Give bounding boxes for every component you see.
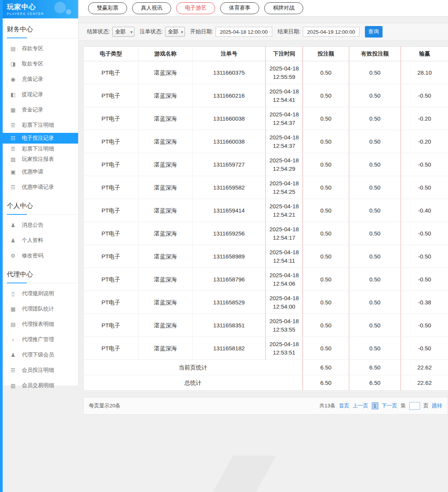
sidebar-item-agent-promotion[interactable]: ‹代理推广管理: [0, 332, 78, 347]
chevron-down-icon: ▾: [131, 30, 132, 34]
sidebar-header: 玩家中心 PLAYERS CENTER: [0, 0, 78, 18]
table-cell: -0.38: [401, 291, 448, 314]
table-cell: 2025-04-1812:54:37: [266, 130, 303, 153]
sidebar-item-change-password[interactable]: ⚙修改密码: [0, 248, 78, 263]
sidebar-item-withdrawal-records[interactable]: ◧提现记录: [0, 87, 78, 102]
jump-suffix-label: 页: [423, 402, 429, 409]
table-cell: 2025-04-1812:54:37: [266, 107, 303, 130]
end-date-input[interactable]: [303, 27, 360, 37]
recharge-record-icon: ◉: [10, 76, 16, 82]
withdraw-icon: ◨: [10, 61, 16, 67]
table-cell: PT电子: [83, 199, 139, 222]
summary-row: 总统计6.506.5022.62: [83, 375, 448, 391]
prev-page-link[interactable]: 上一页: [353, 402, 368, 409]
table-cell: 1311659256: [193, 222, 266, 245]
table-cell: 0.50: [349, 314, 401, 337]
table-cell: 2025-04-1812:54:17: [266, 222, 303, 245]
query-button[interactable]: 查询: [365, 26, 383, 38]
first-page-link[interactable]: 首页: [339, 402, 349, 409]
total-count: 共13条: [319, 402, 335, 409]
sidebar-item-agent-sub-members[interactable]: ♟代理下级会员: [0, 347, 78, 363]
table-cell: 2025-04-1812:54:11: [266, 245, 303, 268]
sidebar-item-announcements[interactable]: ♟消息公告: [0, 217, 78, 233]
sidebar-item-player-bet-report[interactable]: ▨玩家投注报表: [0, 154, 78, 164]
summary-value: 6.50: [303, 360, 349, 375]
sidebar-item-funds-records[interactable]: ▦资金记录: [0, 102, 78, 118]
summary-value: 22.62: [401, 360, 448, 375]
table-cell: 湛蓝深海: [139, 222, 193, 245]
summary-value: 6.50: [349, 375, 401, 391]
table-cell: 1311658351: [193, 314, 266, 337]
table-cell: 湛蓝深海: [139, 61, 193, 84]
tab-electronic[interactable]: 电子游艺: [176, 2, 215, 14]
sidebar-item-promo-apply[interactable]: ▣优惠申请: [0, 164, 78, 180]
start-date-input[interactable]: [216, 27, 272, 37]
table-cell: 1311660375: [193, 61, 266, 84]
jump-prefix-label: 第: [401, 402, 406, 409]
table-cell: PT电子: [83, 153, 139, 176]
sidebar-item-agent-team-stats[interactable]: ▦代理团队统计: [0, 301, 78, 317]
bet-record-icon: ☷: [10, 135, 16, 141]
page-jump-input[interactable]: [409, 402, 420, 410]
summary-value: 6.50: [303, 375, 349, 391]
report-detail-icon: ▤: [10, 321, 16, 327]
sidebar-item-lottery-bet-details[interactable]: ☰彩票下注明细: [0, 118, 78, 133]
sidebar-item-agent-rules[interactable]: ▯代理规则说明: [0, 286, 78, 301]
sidebar-item-promo-apply-records[interactable]: ☲优惠申请记录: [0, 180, 78, 195]
current-page[interactable]: 1: [372, 402, 378, 409]
sidebar-item-agent-report-details[interactable]: ▤代理报表明细: [0, 317, 78, 332]
table-cell: 湛蓝深海: [139, 107, 193, 130]
table-cell: -0.50: [401, 314, 448, 337]
table-row: PT电子湛蓝深海13116589892025-04-1812:54:110.50…: [83, 245, 448, 268]
section-header: 财务中心: [0, 20, 78, 38]
tab-sports[interactable]: 体育赛事: [220, 2, 259, 14]
sidebar-item-deposit-zone[interactable]: ▤存款专区: [0, 41, 78, 56]
table-cell: -0.50: [401, 222, 448, 245]
table-cell: PT电子: [83, 314, 139, 337]
table-cell: 1311658796: [193, 268, 266, 291]
sidebar-item-member-trade-details[interactable]: ▥会员交易明细: [0, 378, 78, 393]
table-cell: 0.50: [349, 337, 401, 360]
sidebar-item-recharge-records[interactable]: ◉充值记录: [0, 72, 78, 87]
table-row: PT电子湛蓝深海13116595822025-04-1812:54:250.50…: [83, 176, 448, 199]
sidebar-item-label: 代理推广管理: [22, 336, 54, 343]
settle-status-select[interactable]: 全部 ▾: [112, 27, 134, 37]
table-cell: 湛蓝深海: [139, 130, 193, 153]
sidebar-item-withdraw-zone[interactable]: ◨取款专区: [0, 56, 78, 72]
table-cell: 0.50: [349, 222, 401, 245]
order-status-value: 全部: [168, 28, 178, 35]
table-cell: -0.50: [401, 153, 448, 176]
table-cell: 湛蓝深海: [139, 84, 193, 107]
table-cell: 0.50: [303, 245, 349, 268]
column-header: 注单号: [193, 47, 266, 61]
tab-lottery[interactable]: 雙赢彩票: [88, 2, 127, 14]
pager: 共13条 首页 上一页 1 下一页 第 页 跳转: [319, 402, 442, 410]
table-cell: 2025-04-1812:54:06: [266, 268, 303, 291]
tab-board[interactable]: 棋牌对战: [264, 2, 303, 14]
next-page-link[interactable]: 下一页: [382, 402, 397, 409]
pagination-bar: 每页显示20条 共13条 首页 上一页 1 下一页 第 页 跳转: [83, 397, 448, 415]
column-header: 输赢: [401, 47, 448, 61]
table-cell: 湛蓝深海: [139, 176, 193, 199]
jump-link[interactable]: 跳转: [432, 402, 442, 409]
sidebar-nav: 财务中心▤存款专区◨取款专区◉充值记录◧提现记录▦资金记录☰彩票下注明细☷电子投…: [0, 20, 78, 393]
table-cell: PT电子: [83, 245, 139, 268]
table-cell: 2025-04-1812:54:00: [266, 291, 303, 314]
tab-live[interactable]: 真人视讯: [132, 2, 171, 14]
table-cell: PT电子: [83, 268, 139, 291]
sidebar-item-member-bet-details[interactable]: ☰会员投注明细: [0, 363, 78, 378]
announcement-icon: ♟: [10, 222, 16, 228]
sidebar-item-label: 彩票下注明细: [22, 145, 54, 152]
category-tabbar: 雙赢彩票真人视讯电子游艺体育赛事棋牌对战: [79, 0, 448, 16]
settle-status-label: 结算状态:: [87, 28, 110, 35]
sidebar-item-electronic-bet-records[interactable]: ☷电子投注记录: [0, 133, 78, 144]
table-cell: 湛蓝深海: [139, 153, 193, 176]
order-status-select[interactable]: 全部 ▾: [165, 27, 185, 37]
sidebar-item-lottery-bet-details-2[interactable]: ☰彩票下注明细: [0, 144, 78, 154]
column-header: 投注额: [303, 47, 349, 61]
table-row: PT电子湛蓝深海13116600382025-04-1812:54:370.50…: [83, 130, 448, 153]
members-icon: ♟: [10, 352, 16, 358]
table-cell: 湛蓝深海: [139, 337, 193, 360]
sidebar-item-profile[interactable]: ♟个人资料: [0, 233, 78, 248]
profile-icon: ♟: [10, 237, 16, 244]
